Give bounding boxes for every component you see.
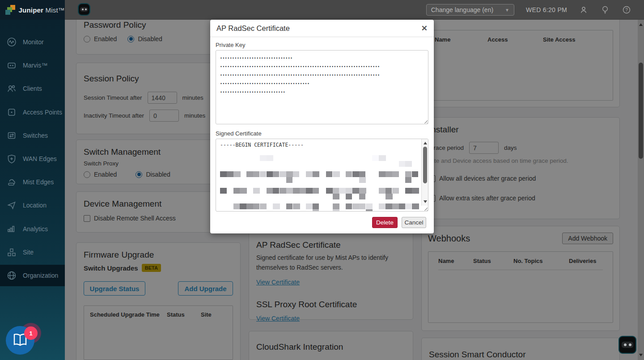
private-key-textarea[interactable]: •••••••••••••••••••••••••••••• •••••••••… [216, 50, 428, 124]
masked-key-line: ••••••••••••••••••••••••••••••••••••••••… [220, 63, 424, 71]
sidebar-item-label: Access Points [23, 109, 62, 116]
sidebar-item-analytics[interactable]: Analytics [0, 218, 65, 240]
sidebar-item-label: Monitor [23, 38, 44, 46]
sidebar-item-site[interactable]: Site [0, 241, 65, 263]
sidebar-item-clients[interactable]: Clients [0, 78, 65, 99]
svg-text:?: ? [625, 8, 628, 13]
organization-icon [7, 271, 17, 280]
scroll-up-arrow[interactable] [422, 140, 428, 146]
signed-certificate-label: Signed Certificate [216, 130, 434, 137]
mist-edges-icon [7, 177, 17, 187]
analytics-icon [7, 224, 17, 234]
sidebar-item-wanedges[interactable]: WAN Edges [0, 148, 65, 169]
scrollbar-thumb[interactable] [423, 147, 427, 183]
scroll-down-arrow[interactable] [422, 199, 428, 205]
sidebar-item-switches[interactable]: Switches [0, 125, 65, 146]
redacted-certificate-content [220, 150, 417, 203]
sidebar-item-label: Location [23, 202, 47, 209]
switches-icon [7, 131, 17, 140]
masked-key-line: ••••••••••••••••••••••••••••••••••••• [220, 80, 424, 88]
sidebar-item-organization[interactable]: Organization [0, 265, 65, 286]
marvis-icon [7, 60, 17, 70]
ap-radsec-certificate-dialog: AP RadSec Certificate ✕ Private Key ••••… [210, 20, 434, 233]
sidebar-item-accesspoints[interactable]: Access Points [0, 102, 65, 123]
help-icon[interactable]: ? [622, 5, 631, 15]
lightbulb-icon[interactable] [600, 5, 610, 15]
sidebar-item-mistedges[interactable]: Mist Edges [0, 171, 65, 193]
chevron-down-icon: ▼ [505, 8, 509, 13]
juniper-logo-icon [5, 5, 15, 15]
sidebar-item-label: Clients [23, 85, 42, 92]
resize-handle-icon[interactable] [423, 206, 428, 211]
clients-icon [7, 84, 17, 93]
certificate-begin-line: -----BEGIN CERTIFICATE----- [220, 142, 417, 148]
sidebar-item-label: Organization [23, 272, 58, 279]
sidebar-item-label: Switches [23, 132, 48, 139]
access-points-icon [7, 107, 17, 117]
account-icon[interactable] [579, 5, 589, 15]
brand-title: Juniper Mist™ [19, 6, 65, 14]
masked-key-line: ••••••••••••••••••••••••••• [220, 88, 424, 97]
marvis-assistant-icon[interactable] [78, 3, 90, 16]
sidebar-item-location[interactable]: Location [0, 195, 65, 216]
location-icon [7, 200, 17, 210]
signed-certificate-textarea[interactable]: -----BEGIN CERTIFICATE----- [216, 139, 428, 212]
textarea-scrollbar[interactable] [421, 139, 428, 206]
sidebar-nav: MonitorMarvis™ClientsAccess PointsSwitch… [0, 20, 65, 360]
help-chat-widget[interactable]: 1 [6, 326, 46, 357]
delete-button[interactable]: Delete [372, 217, 398, 228]
wan-edges-icon [7, 154, 17, 164]
close-icon[interactable]: ✕ [421, 24, 428, 33]
masked-key-line: •••••••••••••••••••••••••••••• [220, 54, 424, 63]
site-icon [7, 247, 17, 257]
sidebar-item-label: WAN Edges [23, 155, 57, 162]
clock-text: WED 6:20 PM [526, 6, 567, 13]
cancel-button[interactable]: Cancel [402, 217, 426, 228]
sidebar-item-label: Site [23, 249, 34, 256]
resize-handle-icon[interactable] [423, 119, 428, 123]
language-dropdown-value: Change language (en) [431, 6, 493, 13]
marvis-chatbot-button[interactable] [619, 336, 636, 354]
masked-key-line: ••••••••••••••••••••••••••••••••••••••••… [220, 71, 424, 80]
sidebar-item-label: Marvis™ [23, 62, 47, 69]
sidebar-item-label: Analytics [23, 225, 48, 233]
dialog-title: AP RadSec Certificate [216, 24, 290, 33]
language-dropdown[interactable]: Change language (en) ▼ [426, 4, 514, 16]
sidebar-item-marvis[interactable]: Marvis™ [0, 55, 65, 76]
top-header: Juniper Mist™ Change language (en) ▼ WED… [0, 0, 644, 20]
monitor-icon [7, 37, 17, 47]
sidebar-item-monitor[interactable]: Monitor [0, 31, 65, 53]
notification-badge: 1 [24, 326, 38, 340]
juniper-mist-logo[interactable]: Juniper Mist™ [0, 0, 65, 20]
sidebar-item-label: Mist Edges [23, 178, 54, 186]
private-key-label: Private Key [216, 42, 434, 48]
